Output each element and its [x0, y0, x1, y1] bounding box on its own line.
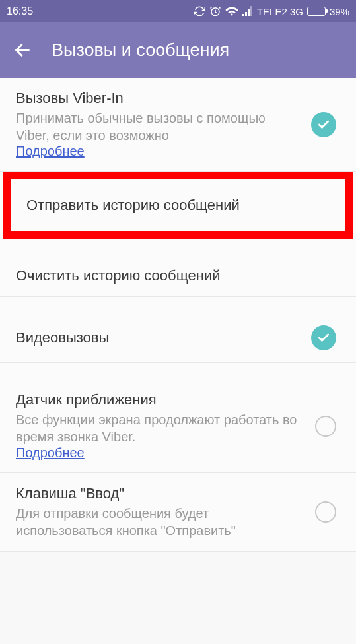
sync-icon	[194, 5, 205, 17]
status-time: 16:35	[7, 5, 33, 17]
setting-subtitle: Все функции экрана продолжают работать в…	[16, 411, 302, 445]
checkbox-checked-icon[interactable]	[311, 112, 336, 137]
setting-title: Видеовызовы	[16, 329, 298, 346]
svg-rect-2	[245, 12, 247, 16]
svg-rect-3	[248, 9, 250, 16]
battery-percent: 39%	[330, 6, 349, 17]
setting-title: Клавиша "Ввод"	[16, 485, 302, 502]
status-right: TELE2 3G 39%	[194, 5, 349, 17]
checkbox-unchecked-icon[interactable]	[315, 416, 336, 437]
setting-title: Датчик приближения	[16, 391, 302, 408]
setting-subtitle: Принимать обычные вызовы с помощью Viber…	[16, 110, 298, 144]
alarm-icon	[209, 5, 221, 17]
setting-send-history[interactable]: Отправить историю сообщений	[11, 179, 345, 231]
checkbox-unchecked-icon[interactable]	[315, 501, 336, 523]
battery-icon	[307, 7, 326, 16]
setting-video-calls[interactable]: Видеовызовы	[0, 313, 356, 363]
setting-viber-in[interactable]: Вызовы Viber-In Принимать обычные вызовы…	[0, 78, 356, 172]
toolbar: Вызовы и сообщения	[0, 22, 356, 78]
wifi-icon	[225, 6, 238, 16]
learn-more-link[interactable]: Подробнее	[16, 144, 85, 158]
setting-title: Очистить историю сообщений	[16, 267, 336, 284]
page-title: Вызовы и сообщения	[52, 40, 229, 61]
svg-rect-4	[250, 6, 252, 16]
learn-more-link[interactable]: Подробнее	[16, 445, 85, 460]
back-arrow-icon[interactable]	[13, 41, 32, 59]
setting-title: Вызовы Viber-In	[16, 90, 298, 107]
setting-subtitle: Для отправки сообщения будет использоват…	[16, 505, 302, 539]
checkbox-checked-icon[interactable]	[311, 325, 336, 350]
carrier-label: TELE2 3G	[257, 6, 303, 17]
setting-title: Отправить историю сообщений	[26, 197, 330, 214]
setting-enter-key[interactable]: Клавиша "Ввод" Для отправки сообщения бу…	[0, 473, 356, 552]
setting-proximity[interactable]: Датчик приближения Все функции экрана пр…	[0, 379, 356, 473]
status-bar: 16:35 TELE2 3G 39%	[0, 0, 356, 22]
highlight-annotation: Отправить историю сообщений	[3, 172, 353, 239]
setting-clear-history[interactable]: Очистить историю сообщений	[0, 255, 356, 297]
settings-list: Вызовы Viber-In Принимать обычные вызовы…	[0, 78, 356, 552]
signal-icon	[242, 6, 253, 16]
svg-rect-1	[242, 14, 244, 16]
